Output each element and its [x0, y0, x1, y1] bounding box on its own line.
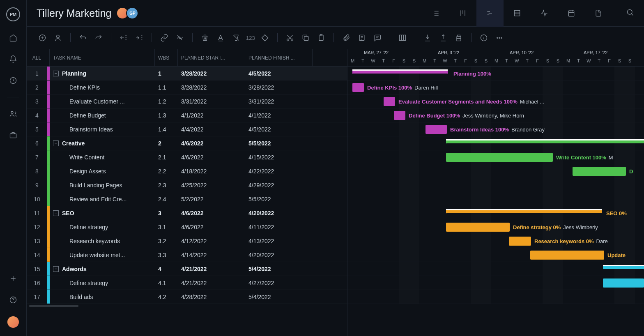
task-row[interactable]: 11 −SEO 3 4/6/2022 4/20/2022 — [27, 206, 347, 220]
gantt-row[interactable] — [347, 192, 644, 206]
gantt-row[interactable] — [347, 136, 644, 150]
grid-scrollbar[interactable] — [27, 304, 347, 308]
people-icon[interactable] — [8, 109, 18, 119]
collapse-icon[interactable]: − — [53, 210, 59, 216]
svg-rect-2 — [10, 134, 16, 138]
task-row[interactable]: 2 Define KPIs 1.1 3/28/2022 3/28/2022 — [27, 81, 347, 94]
view-gantt-icon[interactable] — [476, 0, 504, 27]
gantt-row[interactable] — [347, 122, 644, 136]
avatar-2[interactable]: GP — [126, 7, 138, 19]
gantt-row[interactable] — [347, 164, 644, 178]
collapse-icon[interactable]: − — [53, 71, 59, 76]
task-row[interactable]: 8 Design Assets 2.2 4/18/2022 4/22/2022 — [27, 164, 347, 178]
view-board-icon[interactable] — [449, 0, 476, 27]
toolbar-number: 123 — [246, 35, 255, 41]
svg-point-20 — [501, 37, 502, 39]
unlink-icon[interactable] — [174, 32, 186, 44]
left-sidebar: PM — [0, 0, 27, 336]
clear-format-icon[interactable] — [230, 32, 242, 44]
task-row[interactable]: 4 Define Budget 1.3 4/1/2022 4/1/2022 — [27, 108, 347, 122]
task-row[interactable]: 16 Define strategy 4.1 4/21/2022 4/27/20… — [27, 276, 347, 290]
gantt-row[interactable] — [347, 178, 644, 192]
comment-icon[interactable] — [372, 32, 383, 44]
svg-rect-16 — [457, 39, 461, 41]
task-row[interactable]: 6 −Creative 2 4/6/2022 5/5/2022 — [27, 136, 347, 150]
cut-icon[interactable] — [284, 32, 296, 44]
attachment-icon[interactable] — [340, 32, 352, 44]
collapse-icon[interactable]: − — [53, 266, 59, 272]
assign-icon[interactable] — [52, 32, 64, 44]
task-row[interactable]: 10 Review and Edit Cre... 2.4 5/2/2022 5… — [27, 192, 347, 206]
gantt-row[interactable] — [347, 206, 644, 220]
col-all[interactable]: ALL — [27, 49, 47, 66]
search-icon[interactable] — [626, 8, 634, 18]
info-icon[interactable] — [478, 32, 490, 44]
task-row[interactable]: 7 Write Content 2.1 4/6/2022 4/15/2022 — [27, 150, 347, 164]
app-logo[interactable]: PM — [6, 7, 20, 21]
view-sheet-icon[interactable] — [504, 0, 531, 27]
gantt-row[interactable] — [347, 81, 644, 94]
view-list-icon[interactable] — [422, 0, 449, 27]
gantt-row[interactable] — [347, 276, 644, 290]
grid-header: ALL TASK NAME WBS PLANNED START... PLANN… — [27, 49, 347, 67]
task-row[interactable]: 9 Build Landing Pages 2.3 4/25/2022 4/29… — [27, 178, 347, 192]
collapse-icon[interactable]: − — [53, 140, 59, 146]
text-style-icon[interactable] — [215, 32, 226, 44]
task-row[interactable]: 14 Update website met... 3.3 4/14/2022 4… — [27, 248, 347, 262]
undo-icon[interactable] — [77, 32, 89, 44]
svg-point-19 — [499, 37, 500, 39]
priority-icon[interactable] — [259, 32, 271, 44]
more-icon[interactable] — [494, 32, 505, 44]
col-wbs[interactable]: WBS — [155, 49, 178, 66]
gantt-row[interactable] — [347, 108, 644, 122]
gantt-row[interactable] — [347, 290, 644, 304]
redo-icon[interactable] — [93, 32, 104, 44]
gantt-row[interactable] — [347, 67, 644, 81]
export-icon[interactable] — [437, 32, 449, 44]
columns-icon[interactable] — [397, 32, 408, 44]
project-title: Tillery Marketing — [37, 7, 111, 19]
clock-icon[interactable] — [8, 76, 18, 85]
task-row[interactable]: 13 Research keywords 3.2 4/12/2022 4/13/… — [27, 234, 347, 248]
copy-icon[interactable] — [300, 32, 311, 44]
gantt-row[interactable] — [347, 248, 644, 262]
task-row[interactable]: 12 Define strategy 3.1 4/6/2022 4/11/202… — [27, 220, 347, 234]
svg-rect-11 — [304, 37, 308, 41]
gantt-row[interactable] — [347, 262, 644, 276]
member-avatars[interactable]: GP — [119, 7, 138, 19]
view-calendar-icon[interactable] — [558, 0, 585, 27]
task-row[interactable]: 15 −Adwords 4 4/21/2022 5/4/2022 — [27, 262, 347, 276]
add-icon[interactable] — [8, 274, 18, 283]
view-activity-icon[interactable] — [531, 0, 558, 27]
add-task-icon[interactable] — [37, 32, 48, 44]
view-file-icon[interactable] — [585, 0, 612, 27]
gantt-row[interactable] — [347, 94, 644, 108]
paste-icon[interactable] — [315, 32, 327, 44]
svg-point-10 — [291, 39, 293, 41]
import-icon[interactable] — [422, 32, 433, 44]
gantt-row[interactable] — [347, 234, 644, 248]
briefcase-icon[interactable] — [8, 130, 18, 140]
task-row[interactable]: 3 Evaluate Customer ... 1.2 3/31/2022 3/… — [27, 94, 347, 108]
gantt-row[interactable] — [347, 220, 644, 234]
svg-rect-4 — [514, 10, 520, 16]
bell-icon[interactable] — [8, 54, 18, 64]
col-planned-start[interactable]: PLANNED START... — [178, 49, 245, 66]
help-icon[interactable] — [8, 295, 18, 305]
link-icon[interactable] — [159, 32, 170, 44]
task-row[interactable]: 5 Brainstorm Ideas 1.4 4/4/2022 4/5/2022 — [27, 122, 347, 136]
notes-icon[interactable] — [356, 32, 368, 44]
col-planned-finish[interactable]: PLANNED FINISH ... — [245, 49, 313, 66]
user-avatar[interactable] — [7, 316, 19, 328]
col-task-name[interactable]: TASK NAME — [50, 49, 155, 66]
delete-icon[interactable] — [199, 32, 211, 44]
gantt-row[interactable] — [347, 150, 644, 164]
task-row[interactable]: 1 −Planning 1 3/28/2022 4/5/2022 — [27, 67, 347, 81]
indent-icon[interactable] — [133, 32, 145, 44]
svg-point-6 — [627, 9, 632, 14]
home-icon[interactable] — [8, 33, 18, 43]
outdent-icon[interactable] — [118, 32, 129, 44]
header: Tillery Marketing GP — [27, 0, 644, 27]
print-icon[interactable] — [453, 32, 465, 44]
task-row[interactable]: 17 Build ads 4.2 4/28/2022 5/4/2022 — [27, 290, 347, 304]
